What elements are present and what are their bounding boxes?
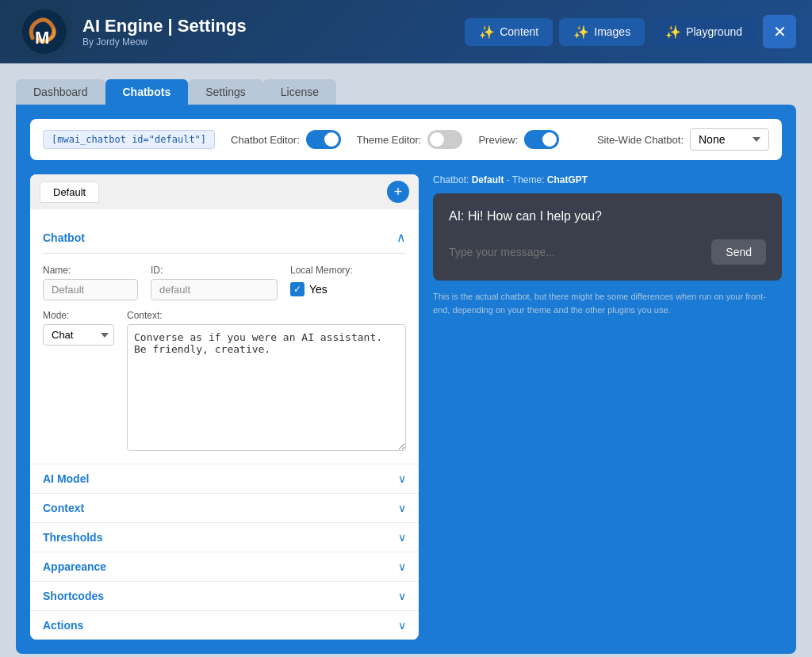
- svg-text:M: M: [35, 28, 49, 48]
- site-wide-label: Site-Wide Chatbot:: [597, 134, 684, 146]
- site-wide-group: Site-Wide Chatbot: None Default: [597, 128, 769, 151]
- appearance-label: Appareance: [43, 560, 106, 573]
- main-content: Dashboard Chatbots Settings License [mwa…: [0, 63, 812, 657]
- images-label: Images: [594, 25, 630, 38]
- ai-greeting: AI: Hi! How can I help you?: [449, 209, 766, 223]
- name-label: Name:: [43, 265, 138, 276]
- appearance-header[interactable]: Appareance ∨: [30, 552, 419, 581]
- thresholds-header[interactable]: Thresholds ∨: [30, 523, 419, 552]
- local-memory-checkbox-row: ✓ Yes: [290, 282, 353, 296]
- theme-editor-toggle[interactable]: [427, 130, 462, 149]
- appearance-section: Appareance ∨: [30, 552, 419, 581]
- shortcodes-chevron-icon: ∨: [398, 590, 406, 602]
- chatbot-info-prefix: Chatbot:: [433, 174, 472, 185]
- context-textarea[interactable]: Converse as if you were an AI assistant.…: [127, 324, 406, 451]
- context-chevron-icon: ∨: [398, 502, 406, 514]
- content-label: Content: [500, 25, 538, 38]
- id-group: ID:: [151, 265, 278, 300]
- actions-header[interactable]: Actions ∨: [30, 611, 419, 640]
- chatbot-editor-toggle[interactable]: [306, 130, 341, 149]
- tab-dashboard[interactable]: Dashboard: [16, 79, 105, 105]
- app-title: AI Engine | Settings: [82, 16, 247, 36]
- chatbot-editor-group: Chatbot Editor:: [231, 130, 341, 149]
- header-nav: ✨ Content ✨ Images ✨ Playground ✕: [465, 15, 796, 48]
- theme-name: ChatGPT: [547, 174, 588, 185]
- theme-editor-group: Theme Editor:: [357, 130, 463, 149]
- playground-icon: ✨: [665, 25, 681, 40]
- local-memory-yes: Yes: [309, 283, 327, 296]
- theme-editor-label: Theme Editor:: [357, 134, 422, 146]
- left-column: Default + Chatbot ∧ Name:: [30, 174, 419, 640]
- chat-message-input[interactable]: [449, 246, 705, 258]
- local-memory-group: Local Memory: ✓ Yes: [290, 265, 353, 296]
- card-body: Chatbot ∧ Name: ID:: [30, 209, 419, 464]
- close-button[interactable]: ✕: [763, 15, 796, 48]
- tab-license[interactable]: License: [263, 79, 336, 105]
- preview-label: Preview:: [478, 134, 518, 146]
- local-memory-checkbox[interactable]: ✓: [290, 282, 304, 296]
- card-tab-row: Default +: [30, 174, 419, 209]
- chatbot-card: Default + Chatbot ∧ Name:: [30, 174, 419, 640]
- thresholds-label: Thresholds: [43, 531, 102, 544]
- context-section: Context ∨: [30, 493, 419, 522]
- tab-settings[interactable]: Settings: [188, 79, 263, 105]
- actions-label: Actions: [43, 619, 83, 632]
- chatbot-chevron-icon: ∧: [396, 230, 406, 245]
- chat-input-row: Send: [449, 239, 766, 265]
- playground-nav-button[interactable]: ✨ Playground: [651, 18, 756, 46]
- chatbot-info: Chatbot: Default - Theme: ChatGPT: [433, 174, 782, 185]
- close-icon: ✕: [773, 22, 787, 41]
- context-label: Context:: [127, 310, 406, 321]
- local-memory-label: Local Memory:: [290, 265, 353, 276]
- app-title-area: AI Engine | Settings By Jordy Meow: [82, 16, 247, 48]
- theme-prefix: - Theme:: [504, 174, 546, 185]
- ai-model-header[interactable]: AI Model ∨: [30, 464, 419, 493]
- chatbot-section-header[interactable]: Chatbot ∧: [43, 222, 406, 254]
- images-icon: ✨: [573, 25, 589, 40]
- two-col-layout: Default + Chatbot ∧ Name:: [30, 174, 782, 640]
- chat-preview: AI: Hi! How can I help you? Send: [433, 193, 782, 281]
- ai-model-section: AI Model ∨: [30, 464, 419, 493]
- id-input[interactable]: [151, 279, 278, 300]
- preview-toggle[interactable]: [524, 130, 559, 149]
- context-label-section: Context: [43, 502, 84, 514]
- thresholds-section: Thresholds ∨: [30, 522, 419, 552]
- site-wide-select[interactable]: None Default: [690, 128, 769, 151]
- chatbot-section-title: Chatbot: [43, 231, 85, 244]
- right-column: Chatbot: Default - Theme: ChatGPT AI: Hi…: [433, 174, 782, 640]
- chat-send-button[interactable]: Send: [711, 239, 766, 265]
- content-icon: ✨: [479, 25, 495, 40]
- tab-bar: Dashboard Chatbots Settings License: [16, 79, 796, 105]
- default-tab[interactable]: Default: [40, 181, 99, 203]
- logo: M: [16, 3, 73, 60]
- mode-group: Mode: Chat Assistant Completion: [43, 310, 114, 346]
- actions-section: Actions ∨: [30, 610, 419, 640]
- ai-model-chevron-icon: ∨: [398, 472, 406, 485]
- thresholds-chevron-icon: ∨: [398, 531, 406, 544]
- tab-chatbots[interactable]: Chatbots: [105, 79, 189, 105]
- images-nav-button[interactable]: ✨ Images: [559, 18, 645, 46]
- chatbot-name: Default: [472, 174, 504, 185]
- chatbot-editor-label: Chatbot Editor:: [231, 134, 300, 146]
- actions-chevron-icon: ∨: [398, 619, 406, 632]
- content-nav-button[interactable]: ✨ Content: [465, 18, 553, 46]
- name-input[interactable]: [43, 279, 138, 300]
- id-label: ID:: [151, 265, 278, 276]
- app-subtitle: By Jordy Meow: [82, 36, 247, 48]
- preview-group: Preview:: [478, 130, 559, 149]
- ai-model-label: AI Model: [43, 472, 89, 485]
- context-header[interactable]: Context ∨: [30, 494, 419, 522]
- mode-select[interactable]: Chat Assistant Completion: [43, 324, 114, 346]
- header: M AI Engine | Settings By Jordy Meow ✨ C…: [0, 0, 812, 63]
- mode-label: Mode:: [43, 310, 114, 321]
- appearance-chevron-icon: ∨: [398, 560, 406, 573]
- logo-area: M AI Engine | Settings By Jordy Meow: [16, 3, 465, 60]
- name-id-row: Name: ID: Local Memory: ✓: [43, 265, 406, 300]
- mode-context-row: Mode: Chat Assistant Completion Context:…: [43, 310, 406, 451]
- shortcodes-header[interactable]: Shortcodes ∨: [30, 582, 419, 610]
- main-panel: [mwai_chatbot id="default"] Chatbot Edit…: [16, 105, 796, 654]
- context-group: Context: Converse as if you were an AI a…: [127, 310, 406, 451]
- add-chatbot-button[interactable]: +: [387, 181, 409, 203]
- shortcode-badge[interactable]: [mwai_chatbot id="default"]: [43, 130, 215, 149]
- playground-label: Playground: [686, 25, 742, 38]
